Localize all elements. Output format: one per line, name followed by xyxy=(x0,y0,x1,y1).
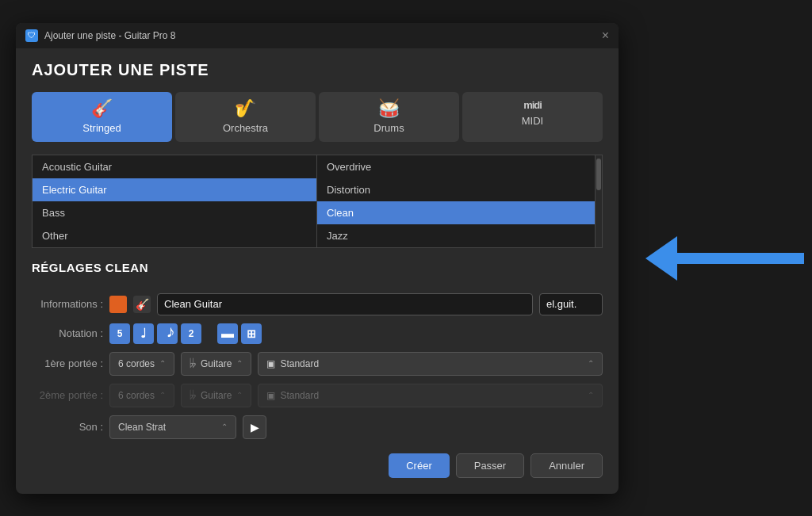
portee1-strings-chevron: ⌃ xyxy=(159,359,166,368)
portee1-tuning-select[interactable]: ▣ Standard ⌃ xyxy=(258,352,603,376)
portee2-label: 2ème portée : xyxy=(32,389,103,401)
annuler-button[interactable]: Annuler xyxy=(530,453,603,478)
tuning-icon: ▣ xyxy=(266,358,275,369)
section-title: RÉGLAGES CLEAN xyxy=(32,261,603,274)
left-instrument-list: Acoustic Guitar Electric Guitar Bass Oth… xyxy=(33,155,317,247)
tab-stringed[interactable]: 🎸 Stringed xyxy=(32,92,172,142)
portee2-strings-chevron: ⌃ xyxy=(159,391,166,399)
color-swatch[interactable] xyxy=(109,296,127,313)
close-button[interactable]: × xyxy=(602,29,609,42)
stringed-icon: 🎸 xyxy=(91,100,113,117)
notation-btn-5[interactable]: 5 xyxy=(109,323,130,344)
dialog-body: AJOUTER UNE PISTE 🎸 Stringed 🎷 Orchestra… xyxy=(16,48,619,494)
portee2-instrument-select: 𝄫 Guitare ⌃ xyxy=(181,384,251,407)
tab-orchestra[interactable]: 🎷 Orchestra xyxy=(175,92,316,142)
portee2-instrument-value: Guitare xyxy=(201,390,232,401)
info-row: Informations : 🎸 xyxy=(32,293,603,315)
notation-btn-tab[interactable]: ▬ xyxy=(217,323,238,344)
notation-separator xyxy=(205,323,214,344)
pick-icon-button[interactable]: 🎸 xyxy=(133,296,151,313)
tuning-icon2: ▣ xyxy=(266,390,275,401)
tab-drums-label: Drums xyxy=(373,122,404,134)
instrument-lists: Acoustic Guitar Electric Guitar Bass Oth… xyxy=(32,155,603,248)
son-chevron: ⌃ xyxy=(221,422,228,431)
tab-midi[interactable]: midi MIDI xyxy=(462,92,603,142)
notation-btn-half[interactable]: 2 xyxy=(181,323,201,344)
list-item-overdrive[interactable]: Overdrive xyxy=(317,155,595,178)
play-button[interactable]: ▶ xyxy=(243,415,266,439)
right-col-wrapper: Overdrive Distortion Clean Jazz xyxy=(317,155,602,247)
arrow-head xyxy=(645,236,677,281)
app-icon: 🛡 xyxy=(25,29,38,42)
portee2-tuning-select: ▣ Standard ⌃ xyxy=(258,384,603,407)
action-buttons: Créer Passer Annuler xyxy=(32,453,603,478)
scrollbar-track[interactable] xyxy=(596,155,602,247)
list-item-jazz[interactable]: Jazz xyxy=(317,224,595,247)
son-row: Son : Clean Strat ⌃ ▶ xyxy=(32,415,603,439)
title-bar: 🛡 Ajouter une piste - Guitar Pro 8 × xyxy=(16,23,619,48)
son-select[interactable]: Clean Strat ⌃ xyxy=(109,415,236,439)
tab-drums[interactable]: 🥁 Drums xyxy=(319,92,459,142)
list-item-acoustic[interactable]: Acoustic Guitar xyxy=(33,155,316,178)
settings-section: RÉGLAGES CLEAN Informations : 🎸 Notation… xyxy=(32,261,603,439)
tab-midi-label: MIDI xyxy=(522,115,543,127)
portee1-row: 1ère portée : 6 cordes ⌃ 𝄫 Guitare ⌃ ▣ S… xyxy=(32,352,603,376)
portee1-instrument-value: Guitare xyxy=(201,358,232,369)
dialog: 🛡 Ajouter une piste - Guitar Pro 8 × AJO… xyxy=(16,23,619,494)
dialog-title: AJOUTER UNE PISTE xyxy=(32,61,603,79)
orchestra-icon: 🎷 xyxy=(235,100,256,117)
portee1-strings-value: 6 cordes xyxy=(118,358,155,369)
midi-icon: midi xyxy=(523,100,542,110)
arrow-line xyxy=(677,253,804,264)
list-item-other[interactable]: Other xyxy=(33,224,316,247)
scrollbar-thumb xyxy=(596,159,601,190)
portee2-instrument-chevron: ⌃ xyxy=(236,391,243,399)
notation-label: Notation : xyxy=(32,327,103,339)
passer-button[interactable]: Passer xyxy=(456,453,524,478)
tab-stringed-label: Stringed xyxy=(82,122,121,134)
guitar-strings-icon: 𝄫 xyxy=(190,357,196,370)
window-title: Ajouter une piste - Guitar Pro 8 xyxy=(44,30,175,41)
notation-btn-eighth[interactable]: 𝅘𝅥𝅮 xyxy=(157,323,178,344)
portee1-tuning-chevron: ⌃ xyxy=(588,359,594,368)
son-value: Clean Strat xyxy=(118,422,166,433)
tab-orchestra-label: Orchestra xyxy=(223,122,268,134)
instrument-short-input[interactable] xyxy=(539,293,603,315)
portee1-strings-select[interactable]: 6 cordes ⌃ xyxy=(109,352,174,376)
right-instrument-list: Overdrive Distortion Clean Jazz xyxy=(317,155,596,247)
portee1-tuning-value: Standard xyxy=(280,358,319,369)
portee2-tuning-value: Standard xyxy=(280,390,319,401)
page-wrapper: 🛡 Ajouter une piste - Guitar Pro 8 × AJO… xyxy=(0,0,812,516)
portee2-tuning-chevron: ⌃ xyxy=(588,391,594,399)
portee1-label: 1ère portée : xyxy=(32,357,103,369)
list-item-distortion[interactable]: Distortion xyxy=(317,178,595,201)
portee2-strings-select: 6 cordes ⌃ xyxy=(109,384,174,407)
category-tabs: 🎸 Stringed 🎷 Orchestra 🥁 Drums midi MIDI xyxy=(32,92,603,142)
portee1-instrument-select[interactable]: 𝄫 Guitare ⌃ xyxy=(181,352,251,376)
notation-btn-grid[interactable]: ⊞ xyxy=(241,323,262,344)
portee2-row: 2ème portée : 6 cordes ⌃ 𝄫 Guitare ⌃ ▣ S… xyxy=(32,384,603,407)
notation-btn-quarter[interactable]: ♩ xyxy=(133,323,154,344)
list-item-clean[interactable]: Clean xyxy=(317,201,595,224)
list-item-bass[interactable]: Bass xyxy=(33,201,316,224)
notation-row: Notation : 5 ♩ 𝅘𝅥𝅮 2 ▬ ⊞ xyxy=(32,323,603,344)
list-item-electric[interactable]: Electric Guitar xyxy=(33,178,316,201)
portee1-instrument-chevron: ⌃ xyxy=(236,359,243,368)
portee2-strings-value: 6 cordes xyxy=(118,390,155,401)
info-label: Informations : xyxy=(32,298,103,310)
drums-icon: 🥁 xyxy=(378,100,400,117)
creer-button[interactable]: Créer xyxy=(389,453,450,478)
guitar-strings-icon2: 𝄫 xyxy=(190,388,196,402)
instrument-name-input[interactable] xyxy=(157,293,533,315)
notation-buttons: 5 ♩ 𝅘𝅥𝅮 2 ▬ ⊞ xyxy=(109,323,262,344)
title-bar-left: 🛡 Ajouter une piste - Guitar Pro 8 xyxy=(25,29,175,42)
son-label: Son : xyxy=(32,421,103,433)
